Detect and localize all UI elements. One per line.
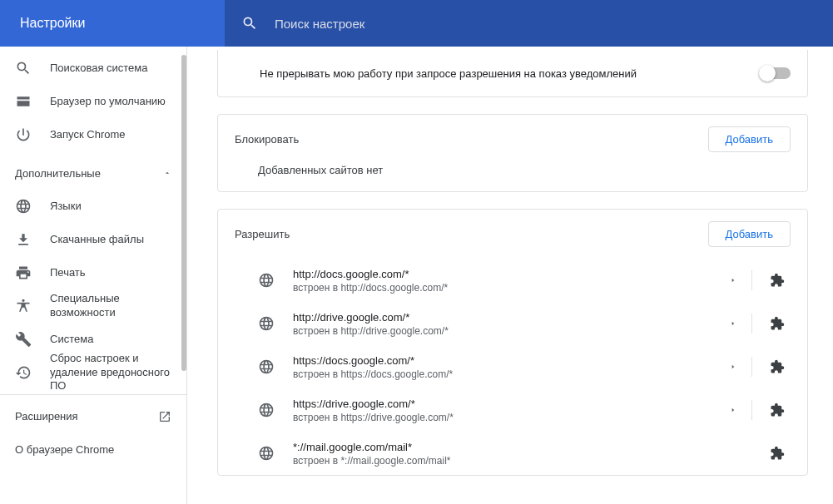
separator — [751, 314, 752, 334]
browser-icon — [15, 93, 32, 110]
chevron-up-icon — [163, 169, 171, 177]
launch-icon — [158, 410, 171, 423]
search-icon — [15, 60, 32, 77]
search-input[interactable] — [275, 17, 816, 31]
extension-indicator-icon[interactable] — [764, 267, 791, 294]
sidebar-item-extensions[interactable]: Расширения — [0, 400, 186, 433]
accessibility-icon — [15, 298, 32, 314]
block-empty-text: Добавленных сайтов нет — [218, 164, 807, 191]
site-url: http://drive.google.com/* — [293, 311, 720, 324]
sidebar-section-advanced[interactable]: Дополнительные — [0, 156, 186, 190]
sidebar-section-label: Дополнительные — [15, 167, 101, 180]
extension-indicator-icon[interactable] — [764, 310, 791, 337]
site-details-button[interactable] — [720, 310, 746, 337]
sidebar-item-label: Запуск Chrome — [50, 128, 171, 142]
sidebar-item-downloads[interactable]: Скачанные файлы — [0, 223, 186, 256]
block-title: Блокировать — [235, 133, 708, 146]
sidebar-item-languages[interactable]: Языки — [0, 190, 186, 223]
sidebar-item-label: О браузере Chrome — [15, 443, 171, 457]
sidebar-item-accessibility[interactable]: Специальные возможности — [0, 289, 186, 323]
site-row: https://docs.google.com/*встроен в https… — [218, 345, 807, 388]
site-info: http://docs.google.com/*встроен в http:/… — [293, 268, 720, 294]
site-row: https://drive.google.com/*встроен в http… — [218, 388, 807, 432]
block-card: Блокировать Добавить Добавленных сайтов … — [217, 114, 808, 192]
main-content: Не прерывать мою работу при запросе разр… — [187, 47, 833, 504]
separator — [751, 270, 752, 290]
site-row: *://mail.google.com/mail*встроен в *://m… — [218, 432, 807, 475]
quiet-notifications-toggle[interactable] — [761, 67, 791, 79]
site-details-button[interactable] — [720, 397, 746, 423]
sidebar-item-startup[interactable]: Запуск Chrome — [0, 118, 186, 151]
separator — [751, 400, 752, 420]
power-icon — [15, 126, 32, 143]
block-header: Блокировать Добавить — [218, 115, 807, 164]
sidebar-item-default-browser[interactable]: Браузер по умолчанию — [0, 85, 186, 118]
row-label: Не прерывать мою работу при запросе разр… — [235, 67, 761, 80]
sidebar-item-label: Поисковая система — [50, 62, 171, 76]
site-info: http://drive.google.com/*встроен в http:… — [293, 311, 720, 337]
site-embed: встроен в http://drive.google.com/* — [293, 325, 720, 337]
site-embed: встроен в *://mail.google.com/mail* — [293, 455, 757, 467]
allow-add-button[interactable]: Добавить — [708, 221, 791, 247]
sidebar-item-about[interactable]: О браузере Chrome — [0, 433, 186, 467]
globe-icon — [258, 402, 275, 418]
sidebar-item-label: Языки — [50, 200, 171, 214]
sidebar-item-printing[interactable]: Печать — [0, 256, 186, 289]
sidebar-item-search-engine[interactable]: Поисковая система — [0, 52, 186, 85]
page-title: Настройки — [0, 16, 225, 31]
site-url: *://mail.google.com/mail* — [293, 441, 757, 453]
sidebar-item-reset[interactable]: Сброс настроек и удаление вредоносного П… — [0, 356, 186, 389]
globe-icon — [258, 315, 275, 332]
site-embed: встроен в https://docs.google.com/* — [293, 368, 720, 380]
site-row: http://drive.google.com/*встроен в http:… — [218, 302, 807, 345]
sidebar-item-label: Скачанные файлы — [50, 233, 171, 247]
restore-icon — [15, 364, 32, 381]
globe-icon — [258, 272, 275, 289]
site-details-button[interactable] — [720, 353, 746, 380]
sidebar-item-label: Браузер по умолчанию — [50, 95, 171, 109]
sidebar-item-label: Сброс настроек и удаление вредоносного П… — [50, 352, 171, 394]
search-bar[interactable] — [225, 0, 833, 47]
sidebar-item-label: Расширения — [15, 410, 158, 424]
site-info: https://docs.google.com/*встроен в https… — [293, 354, 720, 380]
site-details-button[interactable] — [720, 267, 746, 294]
globe-icon — [258, 445, 275, 462]
site-info: *://mail.google.com/mail*встроен в *://m… — [293, 441, 757, 467]
sidebar: Поисковая система Браузер по умолчанию З… — [0, 47, 187, 504]
quiet-notifications-row: Не прерывать мою работу при запросе разр… — [218, 50, 807, 96]
app-header: Настройки — [0, 0, 833, 47]
site-row: http://docs.google.com/*встроен в http:/… — [218, 259, 807, 302]
sidebar-item-label: Специальные возможности — [50, 292, 171, 320]
extension-indicator-icon[interactable] — [764, 440, 791, 467]
allow-card: Разрешить Добавить http://docs.google.co… — [217, 209, 808, 476]
site-embed: встроен в https://drive.google.com/* — [293, 412, 720, 423]
notifications-card: Не прерывать мою работу при запросе разр… — [217, 50, 808, 97]
separator — [751, 357, 752, 377]
sidebar-item-label: Система — [50, 333, 171, 347]
wrench-icon — [15, 331, 32, 348]
block-add-button[interactable]: Добавить — [708, 126, 791, 152]
sidebar-item-label: Печать — [50, 266, 171, 280]
print-icon — [15, 264, 32, 281]
site-embed: встроен в http://docs.google.com/* — [293, 282, 720, 294]
globe-icon — [15, 198, 32, 215]
search-icon — [241, 15, 258, 32]
site-url: http://docs.google.com/* — [293, 268, 720, 280]
site-url: https://docs.google.com/* — [293, 354, 720, 367]
extension-indicator-icon[interactable] — [764, 397, 791, 423]
extension-indicator-icon[interactable] — [764, 353, 791, 380]
allow-title: Разрешить — [235, 228, 708, 240]
sidebar-scrollbar[interactable] — [181, 55, 186, 371]
allow-header: Разрешить Добавить — [218, 210, 807, 259]
globe-icon — [258, 358, 275, 375]
site-url: https://drive.google.com/* — [293, 398, 720, 410]
site-info: https://drive.google.com/*встроен в http… — [293, 398, 720, 423]
download-icon — [15, 231, 32, 248]
